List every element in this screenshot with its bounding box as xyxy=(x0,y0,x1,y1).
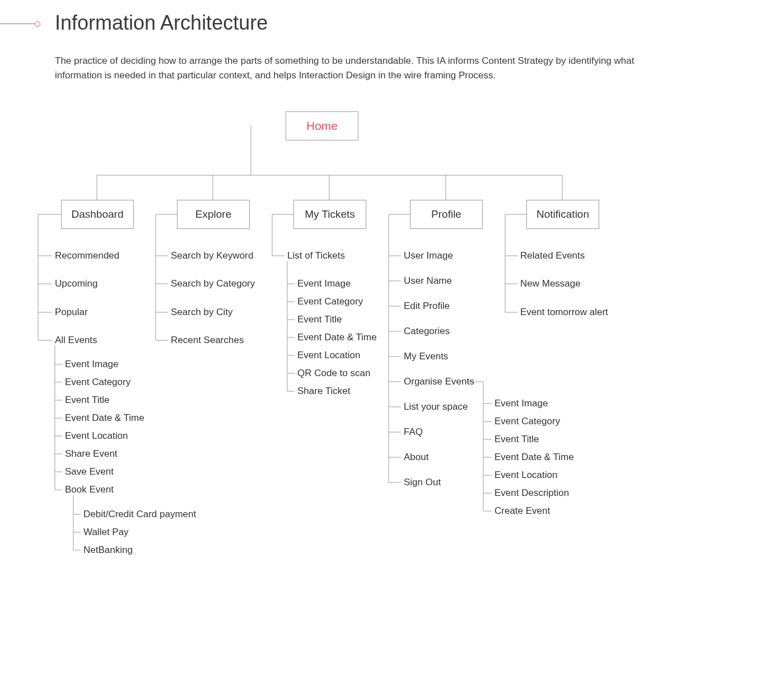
node-notification: Notification xyxy=(526,200,599,229)
leaf: Event Date & Time xyxy=(297,332,377,343)
leaf: Organise Events xyxy=(404,376,474,387)
leaf: Wallet Pay xyxy=(83,527,129,538)
leaf: List of Tickets xyxy=(287,250,345,261)
leaf: Categories xyxy=(404,326,450,337)
node-explore: Explore xyxy=(177,200,250,229)
leaf: Event Location xyxy=(65,430,128,442)
page-title: Information Architecture xyxy=(55,11,750,35)
leaf: Event Category xyxy=(494,416,560,427)
accent-line xyxy=(0,24,35,24)
leaf: Debit/Credit Card payment xyxy=(83,509,196,520)
ia-diagram: Home Dashboard Explore My Tickets Profil… xyxy=(55,110,671,569)
leaf: Event Date & Time xyxy=(65,412,144,424)
leaf: Share Ticket xyxy=(297,386,351,397)
leaf: NetBanking xyxy=(83,545,133,556)
leaf: Recommended xyxy=(55,250,119,261)
leaf: Edit Profile xyxy=(404,301,450,312)
leaf: New Message xyxy=(520,278,581,289)
accent-circle-icon xyxy=(35,21,40,27)
leaf: Create Event xyxy=(494,505,550,517)
node-my-tickets: My Tickets xyxy=(293,200,366,229)
leaf: QR Code to scan xyxy=(297,368,370,379)
leaf: Event Image xyxy=(297,278,351,289)
leaf: Search by City xyxy=(171,307,233,318)
leaf: Event Title xyxy=(494,434,539,445)
leaf: Event Location xyxy=(297,350,360,361)
leaf: Related Events xyxy=(520,250,585,261)
leaf: Recent Searches xyxy=(171,335,244,346)
leaf: Upcoming xyxy=(55,278,98,289)
leaf: FAQ xyxy=(404,426,423,438)
leaf: About xyxy=(404,452,428,463)
leaf: Share Event xyxy=(65,448,118,460)
leaf: Event tomorrow alert xyxy=(520,307,608,318)
leaf: User Image xyxy=(404,250,453,261)
leaf: Event Title xyxy=(65,395,109,406)
leaf: Search by Keyword xyxy=(171,250,253,261)
leaf: User Name xyxy=(404,275,452,287)
leaf: Book Event xyxy=(65,484,114,495)
leaf: Save Event xyxy=(65,466,114,477)
leaf: Sign Out xyxy=(404,477,441,488)
leaf: Popular xyxy=(55,307,88,318)
leaf: Event Image xyxy=(65,359,118,370)
leaf: Event Category xyxy=(65,377,130,388)
page-description: The practice of deciding how to arrange … xyxy=(55,54,648,82)
leaf: Event Image xyxy=(494,398,548,409)
leaf: Event Category xyxy=(297,296,363,307)
node-profile: Profile xyxy=(410,200,483,229)
leaf: Search by Category xyxy=(171,278,255,289)
leaf: Event Location xyxy=(494,470,557,481)
node-dashboard: Dashboard xyxy=(61,200,134,229)
leaf: Event Date & Time xyxy=(494,452,574,463)
leaf: Event Title xyxy=(297,314,342,325)
leaf: List your space xyxy=(404,401,468,412)
leaf: All Events xyxy=(55,335,97,346)
node-home: Home xyxy=(286,111,358,140)
leaf: Event Description xyxy=(494,487,569,499)
leaf: My Events xyxy=(404,351,448,362)
